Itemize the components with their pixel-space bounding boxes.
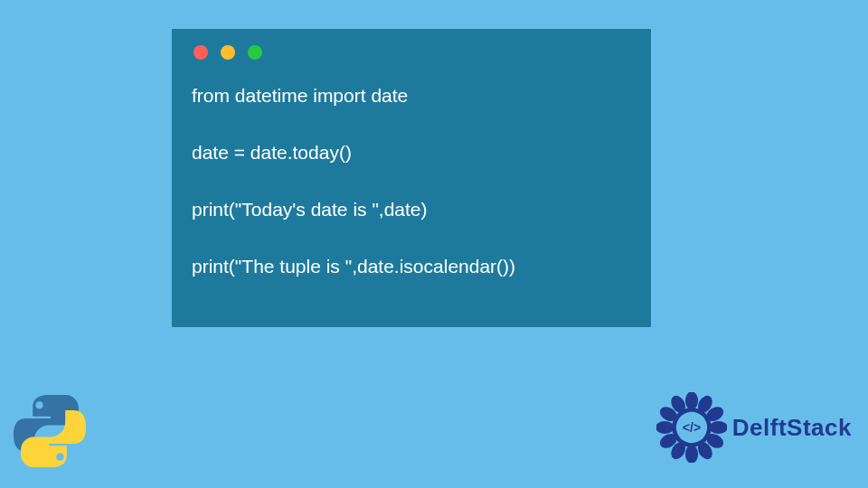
svg-point-3	[709, 421, 727, 434]
minimize-icon	[221, 45, 235, 60]
close-icon	[193, 45, 208, 60]
svg-point-0	[685, 392, 698, 410]
maximize-icon	[248, 45, 262, 60]
python-logo-icon	[9, 390, 90, 472]
code-brackets-icon: </>	[683, 420, 701, 435]
code-window: from datetime import date date = date.to…	[172, 29, 651, 327]
code-snippet: from datetime import date date = date.to…	[192, 81, 631, 281]
titlebar	[192, 42, 631, 60]
delftstack-badge-icon: </>	[656, 392, 727, 463]
brand-name: DelftStack	[732, 414, 852, 442]
svg-point-9	[656, 421, 675, 434]
svg-point-6	[685, 446, 698, 464]
stage: from datetime import date date = date.to…	[0, 0, 868, 488]
delftstack-brand: </> DelftStack	[656, 392, 852, 463]
